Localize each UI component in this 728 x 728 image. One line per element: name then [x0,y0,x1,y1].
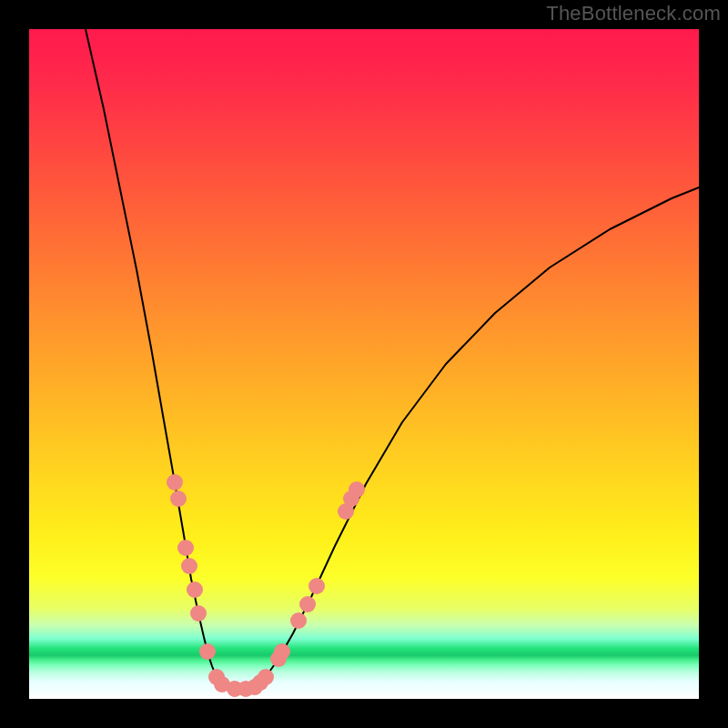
chart-frame: TheBottleneck.com [0,0,728,728]
marker-dot [290,612,307,629]
marker-dot [274,643,290,660]
curve-layer [29,29,699,699]
marker-dot [187,581,203,598]
marker-dot [170,490,187,507]
marker-dot [199,643,216,660]
plot-area [29,29,699,699]
bottleneck-curve [86,29,699,689]
series-right-arm [255,187,699,687]
marker-dot [167,474,183,490]
marker-dot [308,578,325,594]
marker-dots [167,474,365,697]
marker-dot [299,596,316,612]
marker-dot [177,540,194,556]
marker-dot [190,605,207,622]
marker-dot [349,481,365,498]
marker-dot [258,669,274,685]
watermark-text: TheBottleneck.com [546,2,721,25]
marker-dot [181,558,197,574]
